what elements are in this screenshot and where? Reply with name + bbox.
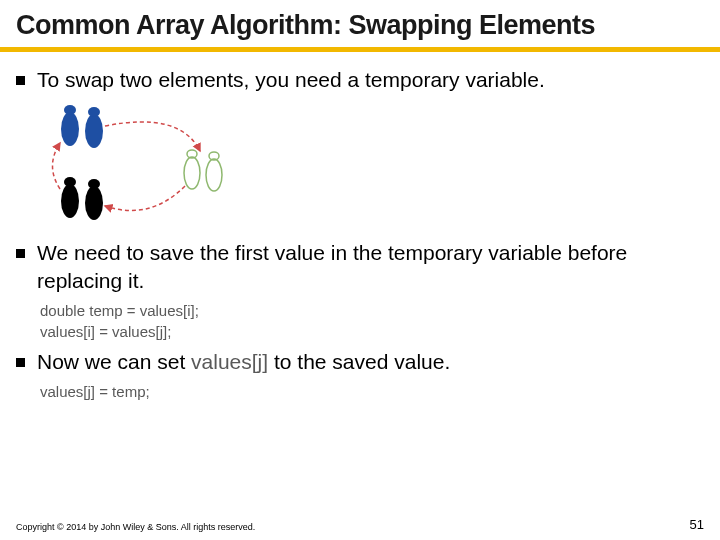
footprint-diagram xyxy=(40,101,280,231)
code-line: values[i] = values[j]; xyxy=(40,321,704,342)
svg-point-4 xyxy=(61,184,79,218)
bullet-marker xyxy=(16,76,25,85)
svg-point-5 xyxy=(64,177,76,187)
svg-point-2 xyxy=(85,114,103,148)
bullet-marker xyxy=(16,249,25,258)
slide-content: To swap two elements, you need a tempora… xyxy=(0,52,720,402)
bullet-1: To swap two elements, you need a tempora… xyxy=(16,66,704,93)
bullet-marker xyxy=(16,358,25,367)
svg-point-8 xyxy=(184,157,200,189)
code-line: double temp = values[i]; xyxy=(40,300,704,321)
slide-footer: Copyright © 2014 by John Wiley & Sons. A… xyxy=(16,517,704,532)
svg-point-1 xyxy=(64,105,76,115)
bullet-text-post: to the saved value. xyxy=(268,350,450,373)
svg-point-0 xyxy=(61,112,79,146)
svg-point-7 xyxy=(88,179,100,189)
inline-code: values[j] xyxy=(191,350,268,373)
svg-point-10 xyxy=(206,159,222,191)
svg-point-3 xyxy=(88,107,100,117)
bullet-text: We need to save the first value in the t… xyxy=(37,239,704,294)
copyright-text: Copyright © 2014 by John Wiley & Sons. A… xyxy=(16,522,255,532)
bullet-text-pre: Now we can set xyxy=(37,350,191,373)
bullet-text: To swap two elements, you need a tempora… xyxy=(37,66,545,93)
bullet-2: We need to save the first value in the t… xyxy=(16,239,704,294)
svg-point-6 xyxy=(85,186,103,220)
code-line: values[j] = temp; xyxy=(40,381,704,402)
code-block-2: values[j] = temp; xyxy=(40,381,704,402)
bullet-3: Now we can set values[j] to the saved va… xyxy=(16,348,704,375)
slide-title: Common Array Algorithm: Swapping Element… xyxy=(0,0,720,45)
page-number: 51 xyxy=(690,517,704,532)
bullet-text: Now we can set values[j] to the saved va… xyxy=(37,348,450,375)
code-block-1: double temp = values[i]; values[i] = val… xyxy=(40,300,704,342)
